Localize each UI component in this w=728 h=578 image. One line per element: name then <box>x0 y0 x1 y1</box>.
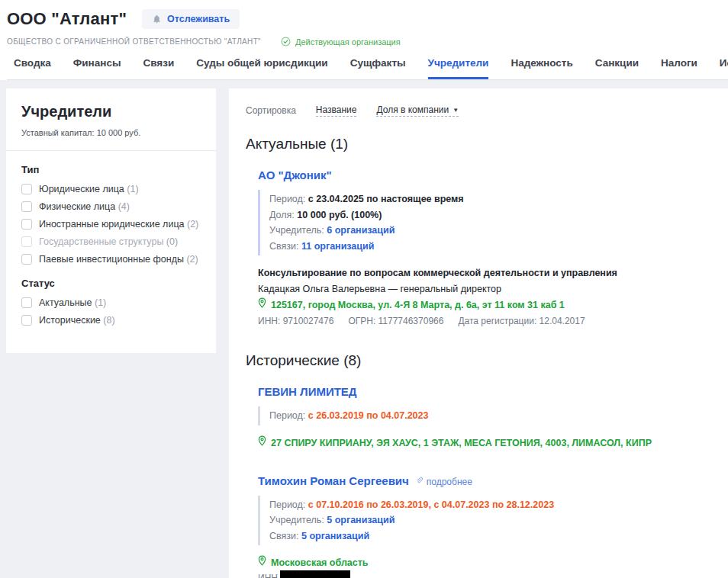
filter-group-title: Тип <box>21 164 201 175</box>
section-title: Актуальные (1) <box>246 136 713 153</box>
address-text: 125167, город Москва, ул. 4-Я 8 Марта, д… <box>271 297 565 313</box>
filter-label: Иностранные юридические лица (2) <box>39 219 198 230</box>
detail-line: Связи: 5 организаций <box>269 528 713 544</box>
company-full-name: ОБЩЕСТВО С ОГРАНИЧЕННОЙ ОТВЕТСТВЕННОСТЬЮ… <box>7 37 261 46</box>
address-link[interactable]: Московская область <box>258 555 713 571</box>
detail-value-link[interactable]: 6 организаций <box>327 225 395 236</box>
filter-label: Государственные структуры (0) <box>39 236 178 247</box>
redacted-line: ИНН <box>258 572 713 578</box>
detail-line: Связи: 11 организаций <box>269 239 713 255</box>
tab-3[interactable]: Связи <box>143 56 174 79</box>
tab-2[interactable]: Финансы <box>73 56 121 79</box>
detail-value: с 23.04.2025 по настоящее время <box>308 194 464 204</box>
paperclip-icon <box>415 477 424 487</box>
filter-checkbox-item[interactable]: Иностранные юридические лица (2) <box>21 219 201 230</box>
filter-count: (4) <box>118 201 130 212</box>
tab-bar: СводкаФинансыСвязиСуды общей юрисдикцииС… <box>7 56 728 80</box>
filter-count: (1) <box>95 297 106 308</box>
divider <box>6 150 216 151</box>
meta-line: ИНН: 9710027476ОГРН: 1177746370966Дата р… <box>258 313 713 329</box>
detail-line: Учредитель: 5 организаций <box>269 512 713 528</box>
detail-value-link[interactable]: 5 организаций <box>301 531 369 541</box>
filter-checkbox-item[interactable]: Актуальные (1) <box>21 297 201 308</box>
filter-checkbox-item[interactable]: Паевые инвестиционные фонды (2) <box>21 254 201 265</box>
tab-1[interactable]: Сводка <box>14 56 51 79</box>
founder-name-link[interactable]: Тимохин Роман Сергеевич <box>258 474 409 487</box>
meta-item: Дата регистрации: 12.04.2017 <box>458 313 585 329</box>
detail-label: Связи: <box>269 241 301 252</box>
period-block: Период: с 07.10.2016 по 26.03.2019, с 04… <box>258 496 713 546</box>
sidebar-title: Учредители <box>21 103 201 120</box>
filter-checkbox-item[interactable]: Юридические лица (1) <box>21 184 201 194</box>
filter-count: (2) <box>187 219 198 230</box>
status-badge: Действующая организация <box>281 37 401 47</box>
location-pin-icon <box>258 435 266 451</box>
detail-line: Период: с 07.10.2016 по 26.03.2019, с 04… <box>269 497 713 513</box>
checkbox-icon[interactable] <box>21 184 32 194</box>
filter-count: (0) <box>166 236 178 247</box>
founder-entry: АО "Джоник"Период: с 23.04.2025 по насто… <box>258 169 713 329</box>
tab-5[interactable]: Сущфакты <box>350 56 406 79</box>
tab-4[interactable]: Суды общей юрисдикции <box>196 56 327 79</box>
address-link[interactable]: 27 СПИРУ КИПРИАНУ, ЭЯ ХАУС, 1 ЭТАЖ, МЕСА… <box>258 435 713 451</box>
founder-entry: ГЕВИН ЛИМИТЕДПериод: с 26.03.2019 по 04.… <box>258 385 713 451</box>
content: Учредители Уставный капитал: 10 000 руб.… <box>0 80 728 578</box>
founders-panel: Сортировка НазваниеДоля в компании▼ Акту… <box>229 88 728 578</box>
filter-label: Исторические (8) <box>39 315 115 326</box>
redacted-label: ИНН <box>258 572 278 578</box>
tab-8[interactable]: Санкции <box>595 56 639 79</box>
filter-checkbox-item[interactable]: Физические лица (4) <box>21 201 201 212</box>
detail-value: с 26.03.2019 по 04.07.2023 <box>308 410 429 421</box>
company-header: ООО "Атлант" Отслеживать ОБЩЕСТВО С ОГРА… <box>0 0 728 80</box>
detail-label: Период: <box>269 499 308 510</box>
detail-label: Учредитель: <box>269 225 327 236</box>
checkbox-icon[interactable] <box>21 315 32 326</box>
founder-name-link[interactable]: АО "Джоник" <box>258 169 332 181</box>
page-title: ООО "Атлант" <box>7 9 127 29</box>
detail-value-link[interactable]: 5 организаций <box>327 515 395 525</box>
filter-checkbox-item: Государственные структуры (0) <box>21 236 201 247</box>
detail-line: Доля: 10 000 руб. (100%) <box>269 207 713 223</box>
address-text: Московская область <box>271 555 369 571</box>
meta-item: ОГРН: 1177746370966 <box>348 313 443 329</box>
extra-lines: 27 СПИРУ КИПРИАНУ, ЭЯ ХАУС, 1 ЭТАЖ, МЕСА… <box>258 435 713 451</box>
redaction-box <box>280 570 350 578</box>
check-circle-icon <box>281 37 291 47</box>
entry-name-row: АО "Джоник" <box>258 169 713 181</box>
checkbox-icon[interactable] <box>21 219 32 230</box>
filter-count: (2) <box>186 254 198 265</box>
filter-count: (1) <box>127 184 138 194</box>
detail-line: Период: с 26.03.2019 по 04.07.2023 <box>269 408 713 424</box>
sort-option[interactable]: Название <box>316 104 357 117</box>
tab-10[interactable]: История <box>720 56 728 79</box>
detail-value: с 07.10.2016 по 26.03.2019, с 04.07.2023… <box>308 499 554 510</box>
filter-group-title: Статус <box>21 278 201 289</box>
tab-7[interactable]: Надежность <box>511 56 572 79</box>
tab-9[interactable]: Налоги <box>661 56 697 79</box>
filter-label: Юридические лица (1) <box>39 184 139 194</box>
checkbox-icon[interactable] <box>21 254 32 265</box>
checkbox-icon[interactable] <box>21 201 32 212</box>
follow-button[interactable]: Отслеживать <box>142 9 240 29</box>
filter-label: Паевые инвестиционные фонды (2) <box>39 254 198 265</box>
filter-count: (8) <box>103 315 114 326</box>
details-link[interactable]: подробнее <box>415 477 472 487</box>
detail-value-link[interactable]: 11 организаций <box>301 241 374 252</box>
person-text: Кадацкая Ольга Валерьевна — генеральный … <box>258 281 713 297</box>
detail-label: Период: <box>269 194 308 204</box>
extra-lines: Московская областьИНН <box>258 555 713 578</box>
caret-down-icon: ▼ <box>453 107 459 114</box>
filter-label: Физические лица (4) <box>39 201 130 212</box>
filter-checkbox-item[interactable]: Исторические (8) <box>21 315 201 326</box>
page: ООО "Атлант" Отслеживать ОБЩЕСТВО С ОГРА… <box>0 0 728 578</box>
detail-label: Период: <box>269 410 308 421</box>
entry-name-row: Тимохин Роман Сергеевичподробнее <box>258 474 713 487</box>
founder-name-link[interactable]: ГЕВИН ЛИМИТЕД <box>258 385 357 398</box>
sort-option[interactable]: Доля в компании▼ <box>376 104 459 117</box>
checkbox-icon[interactable] <box>21 297 32 308</box>
meta-item: ИНН: 9710027476 <box>258 313 333 329</box>
status-badge-label: Действующая организация <box>295 37 401 47</box>
tab-6[interactable]: Учредители <box>428 56 489 79</box>
address-link[interactable]: 125167, город Москва, ул. 4-Я 8 Марта, д… <box>258 297 713 313</box>
detail-label: Учредитель: <box>269 515 327 525</box>
